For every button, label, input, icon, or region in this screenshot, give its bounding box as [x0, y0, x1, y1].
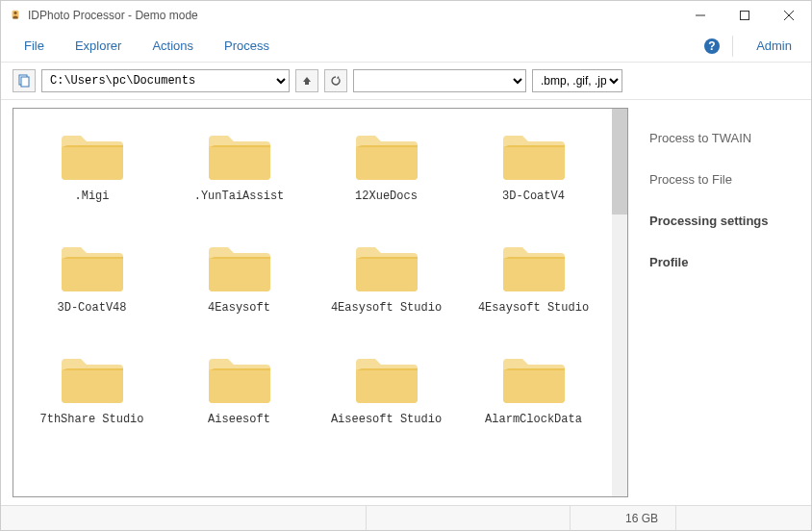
menu-file[interactable]: File [9, 31, 60, 61]
close-button[interactable] [767, 1, 811, 30]
side-process-twain[interactable]: Process to TWAIN [644, 117, 799, 159]
folder-item[interactable]: 7thShare Studio [23, 347, 161, 430]
help-icon[interactable]: ? [703, 38, 721, 55]
folder-item[interactable]: 4Esaysoft Studio [465, 236, 602, 318]
folder-item[interactable]: 4Easysoft Studio [317, 236, 455, 318]
folder-label: Aiseesoft Studio [331, 413, 442, 426]
statusbar: 16 GB [1, 505, 811, 530]
empty-combo[interactable] [353, 69, 526, 92]
folder-label: 3D-CoatV48 [57, 301, 126, 315]
path-input[interactable]: C:\Users\pc\Documents [41, 69, 290, 92]
refresh-button[interactable] [324, 69, 347, 92]
divider [732, 36, 733, 57]
window-title: IDPhoto Processor - Demo mode [28, 9, 678, 22]
folder-icon [205, 128, 274, 184]
folder-label: 4Esaysoft Studio [478, 301, 589, 315]
folder-label: 12XueDocs [355, 190, 418, 203]
folder-label: .Migi [74, 190, 109, 203]
folder-item[interactable]: 3D-CoatV4 [465, 124, 602, 207]
folder-label: 4Easysoft [208, 301, 270, 315]
menu-explorer[interactable]: Explorer [60, 31, 137, 61]
status-segment-4 [676, 506, 811, 530]
folder-item[interactable]: 12XueDocs [317, 124, 455, 207]
filter-combo[interactable]: .bmp, .gif, .jpg [532, 69, 622, 92]
folder-item[interactable]: .Migi [23, 124, 161, 207]
folder-icon [499, 351, 569, 407]
side-process-file[interactable]: Process to File [644, 159, 799, 200]
side-panel: Process to TWAIN Process to File Process… [632, 100, 811, 505]
folder-icon [352, 240, 421, 295]
folder-label: AlarmClockData [485, 413, 582, 426]
svg-rect-3 [741, 12, 749, 20]
folder-label: 3D-CoatV4 [502, 190, 565, 203]
menubar: File Explorer Actions Process ? Admin [1, 30, 811, 63]
folder-icon [58, 351, 127, 407]
status-disk: 16 GB [571, 506, 676, 530]
folder-label: 4Easysoft Studio [331, 301, 442, 315]
scrollbar[interactable] [612, 109, 627, 496]
status-segment-2 [367, 506, 571, 530]
explorer-panel: .Migi.YunTaiAssist12XueDocs3D-CoatV43D-C… [13, 108, 628, 497]
side-profile[interactable]: Profile [644, 241, 799, 283]
maximize-button[interactable] [723, 1, 767, 30]
svg-rect-9 [21, 77, 29, 87]
up-button[interactable] [295, 69, 318, 92]
folder-item[interactable]: Aiseesoft [170, 347, 308, 430]
folder-icon [352, 128, 421, 184]
folder-icon [499, 240, 569, 295]
status-segment-1 [1, 506, 367, 530]
documents-icon[interactable] [13, 69, 36, 92]
folder-icon [499, 128, 569, 184]
svg-text:?: ? [708, 39, 715, 53]
folder-icon [58, 128, 127, 184]
app-icon [9, 9, 22, 22]
folder-label: .YunTaiAssist [194, 190, 285, 203]
menu-admin[interactable]: Admin [745, 31, 803, 61]
folder-label: 7thShare Studio [39, 413, 143, 426]
side-processing-settings[interactable]: Processing settings [644, 200, 799, 241]
menu-actions[interactable]: Actions [137, 31, 209, 61]
folder-icon [205, 240, 274, 295]
folder-label: Aiseesoft [208, 413, 270, 426]
menu-process[interactable]: Process [209, 31, 285, 61]
folder-item[interactable]: AlarmClockData [465, 347, 602, 430]
folder-icon [205, 351, 274, 407]
folder-item[interactable]: 3D-CoatV48 [23, 236, 161, 318]
folder-item[interactable]: Aiseesoft Studio [317, 347, 455, 430]
titlebar: IDPhoto Processor - Demo mode [1, 1, 811, 30]
folder-icon [352, 351, 421, 407]
scrollbar-thumb[interactable] [612, 109, 627, 215]
folder-item[interactable]: 4Easysoft [170, 236, 308, 318]
minimize-button[interactable] [678, 1, 723, 30]
folder-icon [58, 240, 127, 295]
folder-item[interactable]: .YunTaiAssist [170, 124, 308, 207]
svg-point-1 [13, 12, 16, 14]
toolbar: C:\Users\pc\Documents .bmp, .gif, .jpg [1, 63, 811, 99]
